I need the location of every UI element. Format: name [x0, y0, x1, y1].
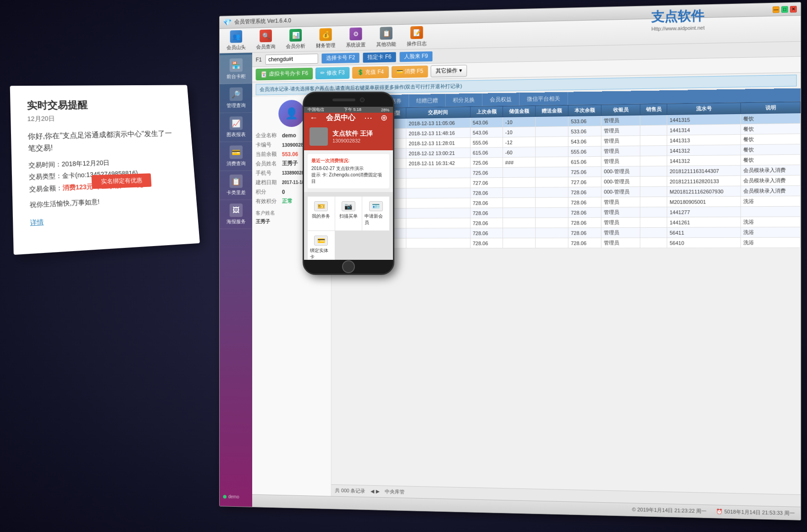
record-count: 中央库管: [385, 488, 404, 495]
toolbar-member-search[interactable]: 🔍 会员查询: [253, 27, 279, 52]
bind-card-label: 绑定实体卡: [310, 247, 332, 260]
sidebar-label-5: 卡类里差: [227, 189, 246, 196]
toolbar-other[interactable]: 📋 其他功能: [373, 25, 400, 50]
phone-status-bar: 中国电信 下午 5:18 28%: [304, 107, 393, 113]
toolbar-label-4: 财务管理: [316, 42, 335, 49]
specify-card-tab[interactable]: 指定卡 F6: [363, 52, 396, 62]
toolbar-settings[interactable]: ⚙ 系统设置: [343, 26, 369, 51]
sidebar-label-4: 消费查询: [227, 160, 246, 167]
other-ops-button[interactable]: 其它操作 ▾: [431, 65, 467, 77]
sidebar-item-poster[interactable]: 🖼 海报服务: [220, 200, 252, 229]
member-card-info: 支点软件 王泽 1309002832: [332, 130, 373, 143]
mobile-phone: 中国电信 下午 5:18 28% ← 会员中心 ⋯ ⊕ 支点软件 王泽 1309…: [303, 92, 394, 275]
consume-button[interactable]: 💳 消费 F5: [392, 66, 428, 78]
notif-date: 2018-02-27 支点软件演示: [311, 165, 386, 172]
phone-top: [304, 93, 393, 107]
toolbar-finance[interactable]: 💰 财务管理: [312, 26, 339, 51]
datetime2: ⏰ 5018年1月14日 21:53:33 周一: [716, 508, 795, 517]
card-date: 12月20日: [27, 113, 175, 124]
table-scroll[interactable]: 企业名称 交易类型 交易时间 上次余额 储值金额 赠送金额 本次余额 收银员 销…: [332, 101, 801, 494]
connection-indicator: demo: [221, 492, 251, 501]
settings-icon: ⚙: [349, 27, 362, 40]
select-card-tab[interactable]: 选择卡号 F2: [321, 53, 359, 63]
home-button[interactable]: [342, 260, 355, 273]
toolbar-label-7: 操作日志: [407, 40, 426, 47]
toolbar-analysis[interactable]: 📊 会员分析: [282, 27, 309, 52]
analysis-icon: 📊: [289, 29, 302, 42]
sidebar-item-consume[interactable]: 💳 消费查询: [220, 142, 252, 171]
toolbar-log[interactable]: 📝 操作日志: [403, 24, 430, 49]
table-row[interactable]: 支点成都演示 消费 728.06 728.06 管理员 56410: [332, 237, 800, 248]
phone-camera: [360, 98, 365, 102]
search-label-f1: F1: [256, 56, 262, 63]
member-card-avatar: [310, 127, 328, 146]
time-value: 2018年12月20日: [61, 159, 110, 168]
card-diff-icon: 📋: [229, 175, 242, 188]
logo-text: 支点软件: [652, 9, 705, 24]
subtab-platform[interactable]: 会员权益: [482, 93, 520, 106]
page-info: 共 000 条记录: [335, 487, 365, 494]
maximize-button[interactable]: □: [781, 6, 788, 13]
finance-icon: 💰: [320, 28, 332, 41]
col-serial: 流水号: [667, 103, 741, 115]
subtab-related[interactable]: 微信平台相关: [520, 92, 568, 106]
virtual-card-button[interactable]: 🃏 虚拟卡号办卡 F6: [256, 67, 313, 80]
phone-menu-scan[interactable]: 📷 扫描买单: [335, 197, 362, 230]
phone-member-card: 支点软件 王泽 1309002832: [304, 123, 393, 150]
transaction-table: 企业名称 交易类型 交易时间 上次余额 储值金额 赠送金额 本次余额 收银员 销…: [332, 101, 801, 248]
notif-text: 提示 卡: Zchengdu.com消费固定项目: [311, 172, 386, 185]
member-list-icon: 👥: [230, 30, 243, 43]
close-button[interactable]: ✕: [790, 5, 797, 12]
table-row[interactable]: 支点成都演示 消费 728.06 728.06 管理员 56411: [332, 227, 800, 238]
toolbar-label-3: 会员分析: [286, 43, 305, 50]
col-note: 说明: [741, 102, 801, 114]
phone-menu-apply[interactable]: 🪪 申请新会员: [362, 197, 389, 230]
card-greeting: 你好,你在"支点足浴通成都演示中心"发生了一笔交易!: [28, 128, 177, 154]
col-gift-amount: 赠送金额: [536, 105, 569, 116]
toolbar-label-6: 其他功能: [376, 41, 396, 48]
member-search-icon: 🔍: [260, 29, 272, 42]
search-input[interactable]: [265, 54, 318, 65]
datetime1: © 2019年1月14日 21:23:22 周一: [632, 506, 707, 515]
card-title: 实时交易提醒: [27, 98, 174, 112]
phone-notification: 最近一次消费情况: 2018-02-27 支点软件演示 提示 卡: Zcheng…: [308, 154, 389, 188]
sidebar-item-card-diff[interactable]: 📋 卡类里差: [220, 171, 252, 200]
card-link[interactable]: 详情: [30, 211, 182, 227]
consume-icon: 💳: [229, 145, 242, 159]
table-row[interactable]: 支点成都演示 消费 728.06 728.06 管理员 144126: [332, 217, 800, 229]
subtab-gifts[interactable]: 结赠已赠: [409, 94, 446, 107]
col-stored-amount: 储值金额: [503, 105, 535, 117]
log-icon: 📝: [410, 26, 423, 39]
title-bar-left: 💎 会员管理系统 Ver1.6.4.0: [223, 16, 291, 27]
col-salesperson: 销售员: [640, 104, 667, 115]
phone-screen: 中国电信 下午 5:18 28% ← 会员中心 ⋯ ⊕ 支点软件 王泽 1309…: [304, 107, 393, 260]
sidebar-item-management[interactable]: 🔎 管理查询: [220, 83, 252, 113]
amount-label: 交易金额：: [29, 184, 62, 192]
sidebar-label-2: 管理查询: [227, 102, 246, 109]
logo-url: Http://www.aidpoint.net: [652, 25, 705, 32]
notif-title: 最近一次消费情况:: [311, 158, 386, 164]
face-tab[interactable]: 人脸来 F9: [399, 51, 432, 62]
toolbar-label-5: 系统设置: [346, 41, 366, 49]
phone-header: ← 会员中心 ⋯ ⊕: [304, 113, 393, 123]
phone-speaker: [332, 99, 355, 101]
phone-menu-bind-card[interactable]: 💳 绑定实体卡: [308, 231, 335, 260]
recharge-button[interactable]: 💲 充值 F4: [352, 66, 389, 78]
scan-label: 扫描买单: [339, 213, 358, 219]
phone-menu-voucher[interactable]: 🎫 我的券务: [308, 197, 335, 230]
modify-button[interactable]: ✏ 修改 F3: [315, 67, 349, 79]
toolbar-member-list[interactable]: 👥 会员山头: [223, 28, 249, 53]
virtual-card-icon: 🃏: [260, 71, 267, 77]
title-bar-controls: — □ ✕: [773, 5, 797, 13]
phone-header-title: 会员中心: [326, 113, 355, 123]
sidebar-label-3: 图表报表: [227, 131, 246, 138]
col-time: 交易时间: [406, 107, 470, 119]
subtab-vouchers[interactable]: 积分兑换: [446, 93, 482, 107]
sidebar-item-front-desk[interactable]: 🏪 前台卡柜: [220, 55, 252, 84]
time-label: 交易时间：: [28, 160, 62, 169]
management-icon: 🔎: [229, 88, 242, 101]
sidebar-item-charts[interactable]: 📈 图表报表: [220, 113, 252, 142]
page-nav: ◀ ▶: [370, 488, 379, 494]
apply-icon: 🪪: [369, 201, 383, 211]
minimize-button[interactable]: —: [773, 6, 779, 13]
